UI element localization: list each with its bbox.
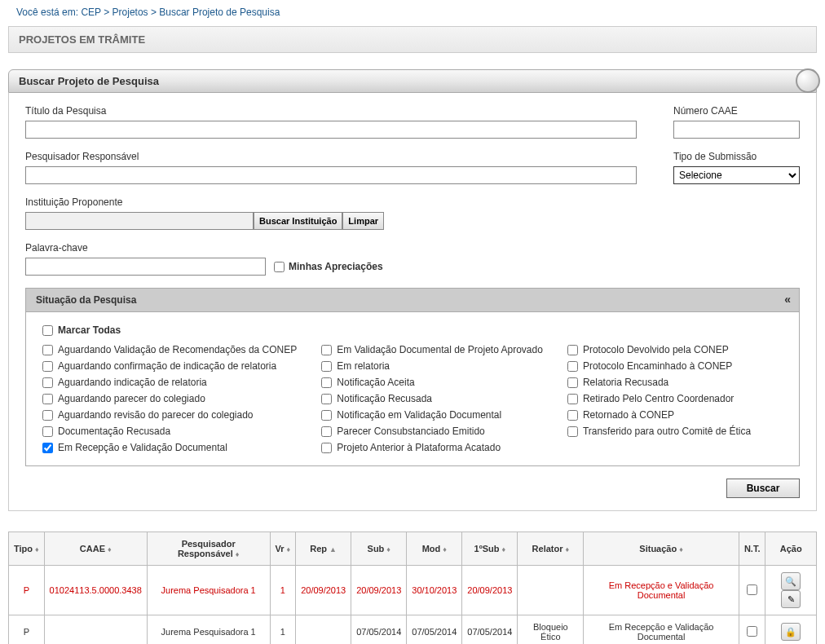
situacao-checkbox[interactable] <box>321 377 332 388</box>
table-cell: 07/05/2014 <box>462 615 518 645</box>
situacao-checkbox[interactable] <box>321 361 332 372</box>
tipo-sub-label: Tipo de Submissão <box>673 151 800 162</box>
table-header[interactable]: Tipo♦ <box>9 532 45 566</box>
situacao-checkbox[interactable] <box>42 394 53 404</box>
caae-input[interactable] <box>673 121 800 139</box>
table-cell <box>296 615 351 645</box>
situacao-checkbox[interactable] <box>321 426 332 437</box>
situacao-label: Aguardando parecer do colegiado <box>58 393 205 404</box>
table-cell <box>44 615 147 645</box>
situacao-label: Aguardando indicação de relatoria <box>58 377 207 388</box>
lock-icon: 🔒 <box>785 627 796 637</box>
collapse-icon[interactable]: « <box>784 293 791 306</box>
nt-checkbox[interactable] <box>747 626 757 637</box>
situacao-checkbox[interactable] <box>42 361 53 372</box>
situacao-label: Documentação Recusada <box>58 426 170 437</box>
table-cell: 07/05/2014 <box>407 615 462 645</box>
table-header[interactable]: Situação♦ <box>584 532 739 566</box>
situacao-label: Notificação Recusada <box>337 393 432 404</box>
nt-cell <box>739 566 765 615</box>
limpar-button[interactable]: Limpar <box>342 212 384 230</box>
breadcrumb-link[interactable]: CEP <box>81 7 100 18</box>
minhas-apreciacoes-checkbox[interactable] <box>274 262 285 272</box>
action-cell: 🔍✎ <box>765 566 817 615</box>
situacao-checkbox[interactable] <box>321 443 332 453</box>
caae-label: Número CAAE <box>673 105 800 117</box>
action-cell: 🔒 <box>765 615 817 645</box>
situacao-checkbox[interactable] <box>321 345 332 355</box>
table-cell: 01024113.5.0000.3438 <box>44 566 147 615</box>
situacao-label: Relatoria Recusada <box>583 377 668 388</box>
pesquisador-input[interactable] <box>25 166 637 184</box>
situacao-checkbox[interactable] <box>567 394 578 404</box>
situacao-label: Retirado Pelo Centro Coordenador <box>583 393 734 404</box>
marcar-todas-label: Marcar Todas <box>58 324 121 336</box>
table-header[interactable]: 1ºSub♦ <box>462 532 518 566</box>
situacao-checkbox[interactable] <box>42 410 53 421</box>
table-cell: 1 <box>270 566 296 615</box>
table-cell <box>518 566 584 615</box>
situacao-checkbox[interactable] <box>567 377 578 388</box>
situacao-label: Aguardando revisão do parecer do colegia… <box>58 409 254 421</box>
situacao-label: Protocolo Devolvido pela CONEP <box>583 344 729 355</box>
situacao-label: Notificação em Validação Documental <box>337 409 501 421</box>
marcar-todas-checkbox[interactable] <box>42 325 53 336</box>
table-cell: Jurema Pesquisadora 1 <box>147 566 270 615</box>
table-header[interactable]: Mod♦ <box>407 532 462 566</box>
table-header[interactable]: Sub♦ <box>351 532 407 566</box>
table-cell: 07/05/2014 <box>351 615 407 645</box>
view-button[interactable]: 🔍 <box>781 572 801 590</box>
palavra-input[interactable] <box>25 258 266 276</box>
breadcrumb-current: Buscar Projeto de Pesquisa <box>159 7 280 18</box>
edit-button[interactable]: ✎ <box>781 590 801 608</box>
situacao-checkbox[interactable] <box>42 426 53 437</box>
sort-icon: ♦ <box>443 545 447 554</box>
search-form: Título da Pesquisa Número CAAE Pesquisad… <box>8 93 817 511</box>
table-row: PJurema Pesquisadora 1107/05/201407/05/2… <box>9 615 817 645</box>
instituicao-input[interactable] <box>25 212 254 230</box>
table-cell: 20/09/2013 <box>462 566 518 615</box>
situacao-checkbox[interactable] <box>321 410 332 421</box>
situacao-checkbox[interactable] <box>321 394 332 404</box>
situacao-label: Transferido para outro Comitê de Ética <box>583 426 751 437</box>
buscar-button[interactable]: Buscar <box>726 479 800 498</box>
table-cell: Em Recepção e Validação Documental <box>584 615 739 645</box>
situacao-checkbox[interactable] <box>567 345 578 355</box>
table-header[interactable]: Pesquisador Responsável♦ <box>147 532 270 566</box>
titulo-input[interactable] <box>25 121 637 139</box>
situacao-checkbox[interactable] <box>567 426 578 437</box>
situacao-checkbox[interactable] <box>42 345 53 355</box>
situacao-checkbox[interactable] <box>42 443 53 453</box>
sort-icon: ♦ <box>502 545 506 554</box>
buscar-instituicao-button[interactable]: Buscar Instituição <box>254 212 342 230</box>
table-header[interactable]: Relator♦ <box>518 532 584 566</box>
instituicao-label: Instituição Proponente <box>25 196 800 208</box>
table-cell: 30/10/2013 <box>407 566 462 615</box>
table-header[interactable]: N.T. <box>739 532 765 566</box>
header-orb-icon <box>796 68 820 93</box>
table-header[interactable]: Ação <box>765 532 817 566</box>
situacao-body: Marcar Todas Aguardando Validação de Rec… <box>25 312 800 466</box>
situacao-checkbox[interactable] <box>42 377 53 388</box>
table-header[interactable]: Vr♦ <box>270 532 296 566</box>
nt-checkbox[interactable] <box>747 584 757 595</box>
table-cell: P <box>9 566 45 615</box>
sort-icon: ♦ <box>236 550 240 558</box>
table-header[interactable]: Rep▲ <box>296 532 351 566</box>
sort-icon: ♦ <box>108 545 112 554</box>
situacao-label: Em Validação Documental de Projeto Aprov… <box>337 344 543 355</box>
tipo-sub-select[interactable]: Selecione <box>673 166 800 184</box>
situacao-label: Parecer Consubstanciado Emitido <box>337 426 484 437</box>
minhas-apreciacoes-label: Minhas Apreciações <box>289 261 383 272</box>
lock-button[interactable]: 🔒 <box>781 623 801 641</box>
table-header[interactable]: CAAE♦ <box>44 532 147 566</box>
sort-icon: ♦ <box>679 545 683 554</box>
situacao-checkbox[interactable] <box>567 410 578 421</box>
situacao-checkbox[interactable] <box>567 361 578 372</box>
table-cell: Em Recepção e Validação Documental <box>584 566 739 615</box>
sort-icon: ♦ <box>287 545 291 554</box>
situacao-header[interactable]: Situação da Pesquisa « <box>25 288 800 312</box>
sort-icon: ♦ <box>35 545 39 554</box>
situacao-label: Protocolo Encaminhado à CONEP <box>583 360 732 372</box>
breadcrumb-link[interactable]: Projetos <box>112 7 148 18</box>
